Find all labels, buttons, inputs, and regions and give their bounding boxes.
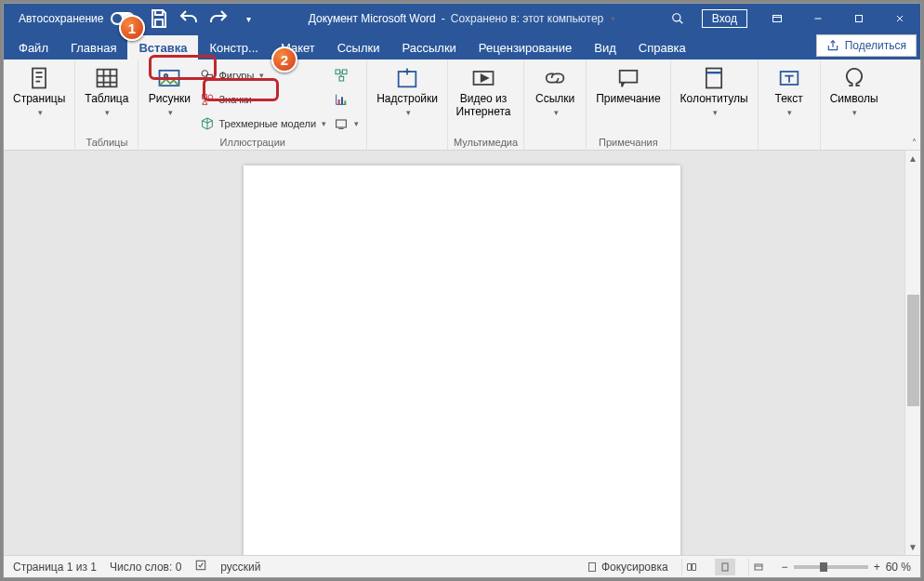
svg-rect-16 (338, 99, 340, 104)
chart-button[interactable] (332, 87, 361, 112)
annotation-marker-2: 2 (271, 46, 297, 73)
symbols-button[interactable]: Символы▾ (826, 63, 882, 119)
svg-rect-0 (155, 10, 163, 15)
addin-icon (394, 65, 420, 91)
window-title: Документ Microsoft Word - Сохранено в: э… (309, 12, 616, 25)
table-button[interactable]: Таблица▾ (81, 63, 132, 119)
textbox-icon (776, 65, 802, 91)
undo-icon[interactable] (178, 7, 200, 30)
models3d-label: Трехмерные модели (218, 118, 316, 129)
print-layout-icon[interactable] (715, 559, 735, 575)
cube-icon (200, 116, 215, 131)
saved-location[interactable]: Сохранено в: этот компьютер (451, 12, 604, 25)
zoom-in-button[interactable]: + (874, 561, 880, 574)
screenshot-button[interactable]: ▾ (332, 112, 361, 136)
group-links: Ссылки▾ (524, 59, 587, 150)
svg-point-2 (673, 14, 680, 21)
icons-icon (200, 92, 215, 107)
tab-references[interactable]: Ссылки (326, 35, 391, 59)
svg-rect-22 (620, 71, 638, 83)
word-count[interactable]: Число слов: 0 (110, 561, 181, 574)
search-icon[interactable] (663, 12, 693, 25)
svg-rect-23 (706, 69, 721, 88)
headerfooter-icon (701, 65, 727, 91)
headerfooter-button[interactable]: Колонтитулы▾ (677, 63, 752, 119)
screenshot-icon (334, 116, 349, 131)
tab-home[interactable]: Главная (59, 35, 127, 59)
close-icon[interactable] (879, 4, 920, 33)
shapes-icon (200, 68, 215, 83)
text-button[interactable]: Текст▾ (764, 63, 814, 119)
online-video-button[interactable]: Видео из Интернета (454, 63, 513, 121)
focus-icon (587, 561, 598, 573)
models3d-button[interactable]: Трехмерные модели▾ (198, 112, 328, 136)
svg-rect-19 (337, 120, 347, 127)
group-label-comments: Примечания (592, 137, 664, 150)
link-icon (542, 65, 568, 91)
group-symbols: Символы▾ (821, 59, 888, 150)
redo-icon[interactable] (207, 7, 230, 30)
links-button[interactable]: Ссылки▾ (530, 63, 580, 119)
addins-button[interactable]: Надстройки▾ (373, 63, 442, 119)
text-label: Текст (775, 93, 803, 106)
web-layout-icon[interactable] (748, 559, 769, 575)
group-label-illustrations: Иллюстрации (144, 137, 361, 150)
scroll-up-icon[interactable]: ▲ (905, 151, 920, 166)
login-button[interactable]: Вход (702, 9, 747, 28)
ribbon-display-icon[interactable] (757, 4, 798, 33)
group-headerfooter: Колонтитулы▾ (671, 59, 759, 150)
omega-icon (841, 65, 867, 91)
annotation-marker-1: 1 (119, 15, 145, 41)
page-indicator[interactable]: Страница 1 из 1 (13, 561, 97, 574)
page-icon (26, 65, 52, 91)
language-indicator[interactable]: русский (220, 561, 260, 574)
svg-rect-13 (336, 70, 340, 74)
svg-rect-28 (755, 564, 762, 570)
svg-point-8 (165, 74, 168, 78)
icons-button[interactable]: Значки (198, 87, 328, 112)
svg-rect-6 (97, 70, 116, 87)
zoom-control: − + 60 % (782, 561, 911, 574)
tab-mailings[interactable]: Рассылки (391, 35, 468, 59)
document-page[interactable] (244, 165, 680, 555)
headerfooter-label: Колонтитулы (680, 93, 748, 106)
smartart-button[interactable] (332, 63, 361, 87)
tab-design[interactable]: Констр... (198, 35, 270, 59)
tab-review[interactable]: Рецензирование (468, 35, 583, 59)
proofing-icon[interactable] (194, 559, 207, 574)
save-icon[interactable] (148, 7, 170, 30)
tab-view[interactable]: Вид (583, 35, 627, 59)
maximize-icon[interactable] (838, 4, 879, 33)
scroll-down-icon[interactable]: ▼ (905, 539, 920, 555)
chevron-down-icon[interactable]: ▾ (611, 14, 615, 23)
vertical-scrollbar[interactable]: ▲ ▼ (904, 151, 920, 555)
pictures-button[interactable]: Рисунки▾ (144, 63, 194, 119)
svg-rect-4 (856, 16, 863, 22)
picture-icon (156, 65, 182, 91)
scroll-thumb[interactable] (907, 295, 919, 406)
pages-button[interactable]: Страницы▾ (9, 63, 69, 119)
tab-file[interactable]: Файл (4, 35, 59, 59)
svg-rect-27 (722, 563, 728, 571)
collapse-ribbon-icon[interactable]: ˄ (912, 138, 917, 148)
group-label-media: Мультимедиа (454, 137, 518, 150)
document-area[interactable]: ▲ ▼ (4, 151, 920, 555)
minimize-icon[interactable] (798, 4, 838, 33)
svg-rect-14 (342, 70, 347, 74)
qat-customize-icon[interactable]: ▾ (237, 7, 259, 30)
comment-button[interactable]: Примечание (592, 63, 664, 108)
tab-help[interactable]: Справка (627, 35, 697, 59)
quick-access-toolbar: ▾ (148, 7, 259, 30)
read-mode-icon[interactable] (681, 559, 702, 575)
focus-mode[interactable]: Фокусировка (587, 561, 668, 574)
group-tables: Таблица▾ Таблицы (75, 59, 139, 150)
group-addins: Надстройки▾ (367, 59, 448, 150)
share-icon (826, 39, 839, 52)
shapes-button[interactable]: Фигуры▾ (198, 63, 328, 87)
zoom-out-button[interactable]: − (782, 561, 788, 574)
share-button[interactable]: Поделиться (816, 34, 917, 57)
document-title: Документ Microsoft Word (309, 12, 436, 25)
addins-label: Надстройки (376, 93, 438, 106)
zoom-slider[interactable] (794, 565, 868, 569)
zoom-value[interactable]: 60 % (886, 561, 911, 574)
